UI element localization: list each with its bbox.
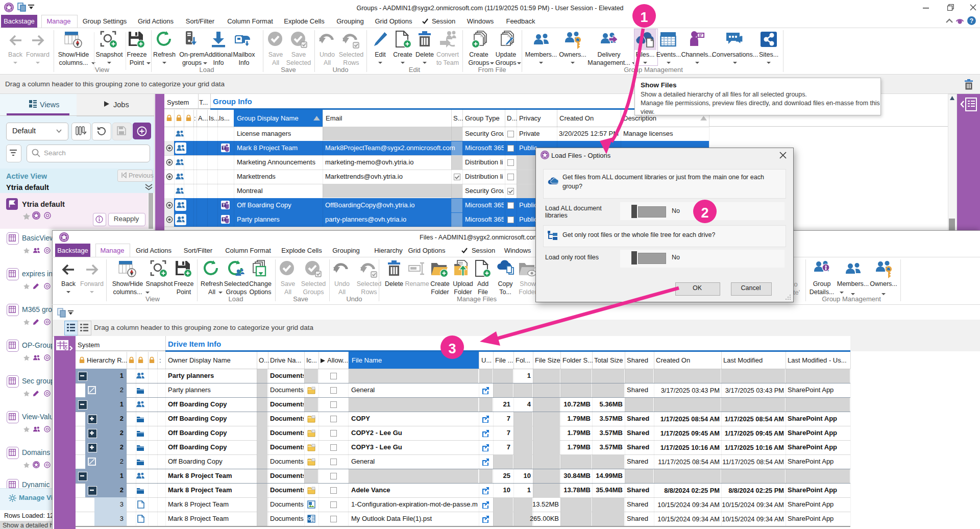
svg-text:?: ?	[970, 17, 973, 25]
